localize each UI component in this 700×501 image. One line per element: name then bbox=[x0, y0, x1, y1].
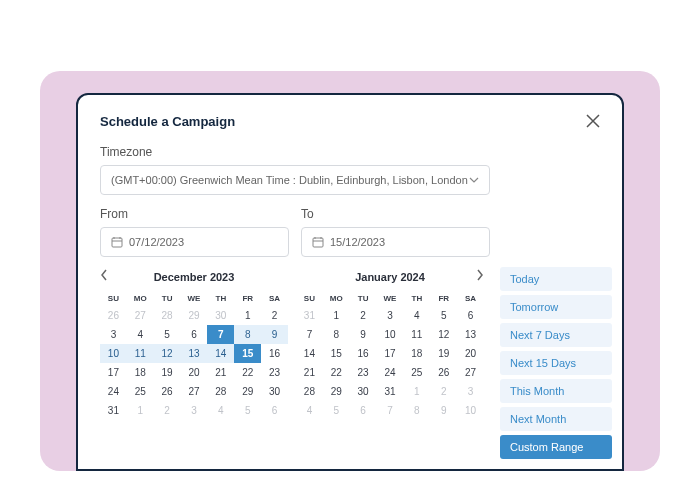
calendar-day[interactable]: 8 bbox=[323, 325, 350, 344]
calendar-day[interactable]: 26 bbox=[154, 382, 181, 401]
calendar-day[interactable]: 21 bbox=[207, 363, 234, 382]
calendar-day[interactable]: 7 bbox=[207, 325, 234, 344]
day-of-week-header: TU bbox=[350, 291, 377, 306]
calendar-day[interactable]: 27 bbox=[457, 363, 484, 382]
close-icon[interactable] bbox=[586, 113, 600, 131]
preset-custom-range[interactable]: Custom Range bbox=[500, 435, 612, 459]
calendar-day[interactable]: 27 bbox=[181, 382, 208, 401]
calendar-day[interactable]: 9 bbox=[430, 401, 457, 420]
calendar-day[interactable]: 11 bbox=[403, 325, 430, 344]
calendar-day[interactable]: 16 bbox=[350, 344, 377, 363]
calendar-day[interactable]: 6 bbox=[457, 306, 484, 325]
calendar-day[interactable]: 6 bbox=[350, 401, 377, 420]
calendar-day[interactable]: 28 bbox=[207, 382, 234, 401]
calendar-day[interactable]: 24 bbox=[377, 363, 404, 382]
calendar-day[interactable]: 26 bbox=[430, 363, 457, 382]
calendar-day[interactable]: 3 bbox=[377, 306, 404, 325]
to-date-input[interactable]: 15/12/2023 bbox=[301, 227, 490, 257]
calendar-day[interactable]: 23 bbox=[261, 363, 288, 382]
calendar-day[interactable]: 7 bbox=[296, 325, 323, 344]
preset-tomorrow[interactable]: Tomorrow bbox=[500, 295, 612, 319]
calendar-day[interactable]: 5 bbox=[323, 401, 350, 420]
calendar-day[interactable]: 25 bbox=[127, 382, 154, 401]
calendar-day[interactable]: 29 bbox=[181, 306, 208, 325]
preset-next-7-days[interactable]: Next 7 Days bbox=[500, 323, 612, 347]
calendar-day[interactable]: 5 bbox=[234, 401, 261, 420]
calendar-day[interactable]: 18 bbox=[127, 363, 154, 382]
calendar-day[interactable]: 10 bbox=[100, 344, 127, 363]
calendar-day[interactable]: 4 bbox=[207, 401, 234, 420]
calendar-day[interactable]: 20 bbox=[181, 363, 208, 382]
calendar-day[interactable]: 2 bbox=[154, 401, 181, 420]
calendar-day[interactable]: 10 bbox=[457, 401, 484, 420]
calendar-day[interactable]: 3 bbox=[457, 382, 484, 401]
calendar-day[interactable]: 5 bbox=[430, 306, 457, 325]
next-month-button[interactable] bbox=[476, 269, 484, 284]
calendar-day[interactable]: 19 bbox=[430, 344, 457, 363]
timezone-select[interactable]: (GMT+00:00) Greenwich Mean Time : Dublin… bbox=[100, 165, 490, 195]
calendar-day[interactable]: 9 bbox=[350, 325, 377, 344]
calendar-day[interactable]: 17 bbox=[377, 344, 404, 363]
calendar-day[interactable]: 21 bbox=[296, 363, 323, 382]
calendar-day[interactable]: 25 bbox=[403, 363, 430, 382]
calendar-day[interactable]: 2 bbox=[430, 382, 457, 401]
calendar-day[interactable]: 18 bbox=[403, 344, 430, 363]
calendar-day[interactable]: 1 bbox=[127, 401, 154, 420]
calendar-day[interactable]: 31 bbox=[100, 401, 127, 420]
calendar-day[interactable]: 16 bbox=[261, 344, 288, 363]
calendar-day[interactable]: 1 bbox=[323, 306, 350, 325]
calendar-day[interactable]: 6 bbox=[181, 325, 208, 344]
calendar-day[interactable]: 1 bbox=[403, 382, 430, 401]
calendar-day[interactable]: 5 bbox=[154, 325, 181, 344]
preset-this-month[interactable]: This Month bbox=[500, 379, 612, 403]
calendar-day[interactable]: 29 bbox=[234, 382, 261, 401]
calendar-day[interactable]: 3 bbox=[100, 325, 127, 344]
calendar-day[interactable]: 31 bbox=[296, 306, 323, 325]
calendar-day[interactable]: 27 bbox=[127, 306, 154, 325]
calendar-day[interactable]: 22 bbox=[234, 363, 261, 382]
from-date-input[interactable]: 07/12/2023 bbox=[100, 227, 289, 257]
preset-today[interactable]: Today bbox=[500, 267, 612, 291]
calendar-day[interactable]: 26 bbox=[100, 306, 127, 325]
calendar-day[interactable]: 30 bbox=[350, 382, 377, 401]
calendar-day[interactable]: 30 bbox=[261, 382, 288, 401]
calendar-day[interactable]: 7 bbox=[377, 401, 404, 420]
calendar-day[interactable]: 28 bbox=[154, 306, 181, 325]
calendar-day[interactable]: 2 bbox=[261, 306, 288, 325]
calendar-day[interactable]: 13 bbox=[181, 344, 208, 363]
calendar-day[interactable]: 30 bbox=[207, 306, 234, 325]
calendar-day[interactable]: 12 bbox=[430, 325, 457, 344]
calendar-day[interactable]: 3 bbox=[181, 401, 208, 420]
calendar-day[interactable]: 11 bbox=[127, 344, 154, 363]
calendar-day[interactable]: 6 bbox=[261, 401, 288, 420]
calendar-day[interactable]: 28 bbox=[296, 382, 323, 401]
calendar-day[interactable]: 4 bbox=[403, 306, 430, 325]
calendar-day[interactable]: 31 bbox=[377, 382, 404, 401]
to-date-value: 15/12/2023 bbox=[330, 236, 385, 248]
calendar-day[interactable]: 17 bbox=[100, 363, 127, 382]
calendar-day[interactable]: 23 bbox=[350, 363, 377, 382]
calendar-day[interactable]: 1 bbox=[234, 306, 261, 325]
calendar-day[interactable]: 24 bbox=[100, 382, 127, 401]
calendar-day[interactable]: 10 bbox=[377, 325, 404, 344]
calendar-day[interactable]: 15 bbox=[323, 344, 350, 363]
day-of-week-header: SA bbox=[261, 291, 288, 306]
calendar-day[interactable]: 22 bbox=[323, 363, 350, 382]
calendar-day[interactable]: 20 bbox=[457, 344, 484, 363]
calendar-day[interactable]: 4 bbox=[127, 325, 154, 344]
calendar-day[interactable]: 8 bbox=[234, 325, 261, 344]
calendar-day[interactable]: 8 bbox=[403, 401, 430, 420]
calendar-day[interactable]: 4 bbox=[296, 401, 323, 420]
calendar-day[interactable]: 19 bbox=[154, 363, 181, 382]
calendar-day[interactable]: 13 bbox=[457, 325, 484, 344]
calendar-day[interactable]: 14 bbox=[296, 344, 323, 363]
calendar-day[interactable]: 14 bbox=[207, 344, 234, 363]
preset-next-month[interactable]: Next Month bbox=[500, 407, 612, 431]
calendar-day[interactable]: 9 bbox=[261, 325, 288, 344]
calendar-day[interactable]: 12 bbox=[154, 344, 181, 363]
preset-next-15-days[interactable]: Next 15 Days bbox=[500, 351, 612, 375]
calendar-day[interactable]: 29 bbox=[323, 382, 350, 401]
calendar-day[interactable]: 15 bbox=[234, 344, 261, 363]
prev-month-button[interactable] bbox=[100, 269, 108, 284]
calendar-day[interactable]: 2 bbox=[350, 306, 377, 325]
